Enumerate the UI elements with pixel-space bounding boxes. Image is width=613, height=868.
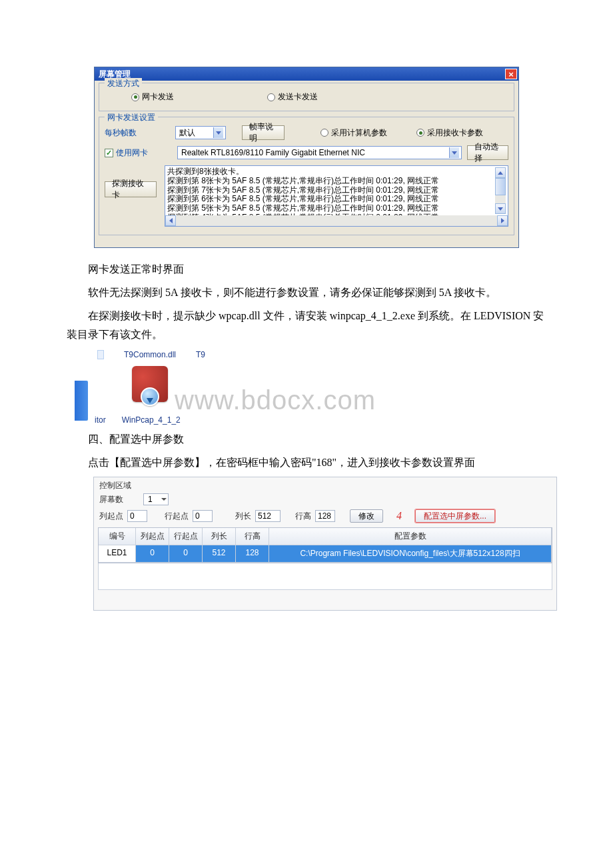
header-colstart: 列起点 — [136, 528, 169, 545]
chevron-down-icon — [213, 127, 223, 138]
radio-nic-send[interactable]: 网卡发送 — [131, 91, 174, 103]
radio-card-label: 发送卡发送 — [278, 91, 318, 103]
folder-icon — [75, 381, 88, 421]
auto-select-button[interactable]: 自动选择 — [467, 145, 508, 160]
header-rowstart: 行起点 — [169, 528, 203, 545]
doc-heading: 四、配置选中屏参数 — [67, 430, 546, 448]
window-title: 屏幕管理 — [99, 69, 505, 80]
chevron-down-icon — [449, 147, 459, 158]
vertical-scrollbar[interactable] — [495, 167, 506, 214]
radio-icon — [267, 93, 275, 101]
radio-card-send[interactable]: 发送卡发送 — [267, 91, 318, 103]
header-cols: 列长 — [203, 528, 236, 545]
use-nic-label: 使用网卡 — [116, 147, 148, 159]
checkbox-icon — [105, 149, 113, 157]
scroll-right-icon[interactable] — [497, 215, 508, 226]
radio-use-pc-label: 采用计算机参数 — [331, 127, 387, 139]
log-header-line: 共探测到8张接收卡。 — [167, 167, 495, 177]
cell-rows: 128 — [236, 545, 269, 563]
close-icon[interactable]: × — [505, 69, 517, 79]
header-rows: 行高 — [236, 528, 269, 545]
window-titlebar[interactable]: 屏幕管理 × — [95, 67, 518, 81]
radio-icon — [320, 129, 328, 137]
detection-log[interactable]: 共探测到8张接收卡。 探测到第 8张卡为 5AF 8.5 (常规芯片,常规串行)… — [165, 165, 508, 227]
header-config: 配置参数 — [269, 528, 552, 545]
table-row[interactable]: LED1 0 0 512 128 C:\Program Files\LEDVIS… — [99, 545, 552, 563]
partial-label: itor — [95, 415, 106, 425]
cell-rowstart: 0 — [169, 545, 203, 563]
horizontal-scrollbar[interactable] — [165, 215, 508, 226]
radio-nic-label: 网卡发送 — [142, 91, 174, 103]
table-header-row: 编号 列起点 行起点 列长 行高 配置参数 — [99, 528, 552, 545]
nic-select-combo[interactable]: Realtek RTL8169/8110 Family Gigabit Ethe… — [177, 146, 462, 159]
fps-combo[interactable]: 默认 — [175, 126, 226, 139]
colstart-input[interactable] — [127, 510, 147, 522]
rowstart-input[interactable] — [193, 510, 213, 522]
file-icon — [97, 350, 104, 359]
radio-use-rx-params[interactable]: 采用接收卡参数 — [416, 127, 483, 139]
download-arrow-icon — [147, 398, 153, 403]
send-mode-group: 发送方式 网卡发送 发送卡发送 — [99, 83, 514, 111]
installer-icon[interactable] — [132, 366, 168, 402]
radio-use-pc-params[interactable]: 采用计算机参数 — [320, 127, 387, 139]
screens-value: 1 — [148, 495, 153, 504]
column-label: T9 — [196, 350, 205, 359]
screens-label: 屏幕数 — [99, 494, 123, 505]
log-line: 探测到第 7张卡为 5AF 8.5 (常规芯片,常规串行)总工作时间 0:01:… — [167, 186, 495, 195]
send-mode-legend: 发送方式 — [105, 78, 142, 89]
doc-paragraph: 点击【配置选中屏参数】，在密码框中输入密码"168"，进入到接收卡参数设置界面 — [67, 453, 546, 471]
scroll-thumb[interactable] — [495, 178, 506, 195]
use-nic-checkbox[interactable]: 使用网卡 — [105, 147, 148, 159]
radio-icon — [416, 129, 424, 137]
detect-receiver-button[interactable]: 探测接收卡 — [105, 181, 157, 197]
rowstart-label: 行起点 — [165, 511, 189, 522]
scroll-left-icon[interactable] — [165, 215, 176, 226]
fps-help-button[interactable]: 帧率说明 — [242, 125, 285, 140]
red-step-number: 4 — [387, 510, 411, 522]
scroll-down-icon[interactable] — [495, 203, 506, 214]
cell-id: LED1 — [99, 545, 136, 563]
header-id: 编号 — [99, 528, 136, 545]
radio-icon — [131, 93, 139, 101]
cell-config-path: C:\Program Files\LEDVISION\config_files\… — [269, 545, 552, 563]
rows-label: 行高 — [295, 511, 311, 522]
log-line: 探测到第 8张卡为 5AF 8.5 (常规芯片,常规串行)总工作时间 0:01:… — [167, 177, 495, 186]
nic-settings-group: 网卡发送设置 每秒帧数 默认 帧率说明 采用计算机参数 — [99, 117, 514, 235]
log-line: 探测到第 5张卡为 5AF 8.5 (常规芯片,常规串行)总工作时间 0:01:… — [167, 204, 495, 213]
fps-combo-value: 默认 — [179, 127, 213, 139]
cell-cols: 512 — [203, 545, 236, 563]
doc-paragraph: 软件无法探测到 5A 接收卡，则不能进行参数设置，请务必保证能够探测到 5A 接… — [67, 283, 546, 301]
screens-table: 编号 列起点 行起点 列长 行高 配置参数 LED1 0 0 512 128 C… — [98, 527, 552, 563]
cell-colstart: 0 — [136, 545, 169, 563]
nic-settings-legend: 网卡发送设置 — [105, 112, 158, 123]
cols-input[interactable] — [255, 510, 281, 522]
scroll-up-icon[interactable] — [495, 167, 506, 178]
doc-paragraph: 网卡发送正常时界面 — [67, 260, 546, 278]
table-empty-area — [98, 563, 552, 590]
screens-combo[interactable]: 1 — [143, 493, 169, 505]
rows-input[interactable] — [315, 510, 335, 522]
modify-button[interactable]: 修改 — [350, 509, 383, 523]
log-line: 探测到第 6张卡为 5AF 8.5 (常规芯片,常规串行)总工作时间 0:01:… — [167, 195, 495, 204]
control-area-label: 控制区域 — [94, 477, 556, 491]
cols-label: 列长 — [235, 511, 251, 522]
explorer-snippet: T9Common.dll T9 www.bdocx.com itor WinPc… — [95, 349, 255, 425]
screen-management-window: 屏幕管理 × 发送方式 网卡发送 发送卡发送 网卡发送设置 — [94, 67, 519, 248]
fps-label: 每秒帧数 — [105, 127, 142, 139]
doc-paragraph: 在探测接收卡时，提示缺少 wpcap.dll 文件，请安装 winpcap_4_… — [67, 307, 546, 343]
nic-name-value: Realtek RTL8169/8110 Family Gigabit Ethe… — [181, 148, 449, 157]
config-selected-button[interactable]: 配置选中屏参数... — [415, 509, 495, 523]
radio-use-rx-label: 采用接收卡参数 — [427, 127, 483, 139]
control-area-panel: 控制区域 屏幕数 1 列起点 行起点 列长 行高 修改 4 — [93, 477, 557, 611]
colstart-label: 列起点 — [99, 511, 123, 522]
file-name: T9Common.dll — [124, 350, 176, 359]
file-name: WinPcap_4_1_2 — [122, 415, 181, 425]
